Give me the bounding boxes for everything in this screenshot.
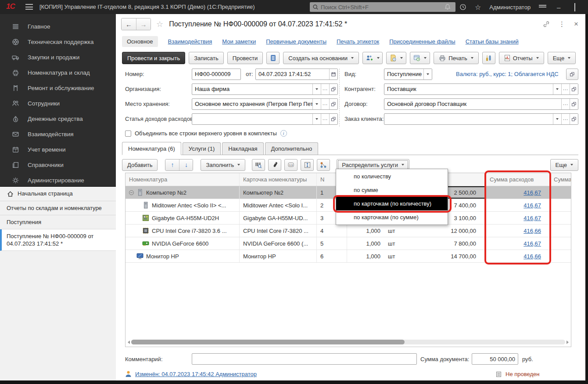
tab-knowledge-base[interactable]: Статьи базы знаний: [466, 38, 519, 45]
org-dropdown-icon[interactable]: [312, 84, 321, 94]
menu-item-by-cards-quantity[interactable]: по карточкам (по количеству): [336, 197, 448, 210]
storage-field[interactable]: Основное место хранения (Петров Петр Пет…: [192, 98, 338, 110]
kind-dropdown-icon[interactable]: [423, 69, 432, 80]
sidebar-item-repair[interactable]: Ремонт и обслуживание: [0, 80, 116, 96]
create-task-button[interactable]: [386, 52, 406, 64]
barcode-search-button[interactable]: [252, 159, 265, 171]
print-button[interactable]: Печать: [434, 52, 479, 64]
close-document-icon[interactable]: ×: [574, 20, 578, 29]
org-open-icon[interactable]: [329, 84, 337, 94]
storage-choose-icon[interactable]: ...: [321, 99, 329, 109]
sidebar-page-reports[interactable]: Отчеты по складам и номенклатуре: [0, 201, 116, 215]
col-sum[interactable]: Сумма: [550, 173, 571, 186]
service-menu-icon[interactable]: [539, 5, 546, 10]
currency-open-button[interactable]: [566, 69, 578, 80]
search-input[interactable]: [321, 4, 453, 11]
expenses-link[interactable]: 416,67: [523, 202, 541, 209]
scroll-right-icon[interactable]: [566, 341, 569, 344]
nav-forward-button[interactable]: →: [136, 18, 151, 30]
contractor-dropdown-icon[interactable]: [553, 84, 561, 94]
sidebar-item-main[interactable]: Главное: [0, 19, 116, 34]
fill-button[interactable]: Заполнить: [201, 159, 245, 171]
contractor-choose-icon[interactable]: ...: [561, 84, 570, 94]
document-structure-button[interactable]: [266, 52, 280, 64]
sidebar-item-administration[interactable]: Администрирование: [0, 173, 116, 188]
contractor-open-icon[interactable]: [570, 84, 578, 94]
table-more-button[interactable]: Еще: [550, 159, 578, 171]
sidebar-page-home[interactable]: Начальная страница: [0, 187, 116, 201]
post-button[interactable]: Провести: [227, 52, 263, 64]
history-clock-icon[interactable]: [459, 4, 466, 11]
storage-dropdown-icon[interactable]: [312, 99, 321, 109]
get-link-icon[interactable]: [543, 21, 550, 28]
currency-settings-link[interactable]: Валюта: руб., курс: 1; Облагается НДС: [456, 69, 559, 80]
table-row[interactable]: Монитор HP Монитор HP 6 1,000 шт 14 700,…: [125, 250, 571, 263]
tab-main[interactable]: Основное: [122, 36, 158, 47]
scanner-button[interactable]: [268, 159, 281, 171]
sidebar-item-interactions[interactable]: Взаимодействия: [0, 127, 116, 142]
add-row-button[interactable]: Добавить: [122, 159, 158, 171]
tab-my-notes[interactable]: Мои заметки: [222, 38, 256, 45]
expenses-link[interactable]: 416,67: [523, 189, 541, 196]
org-choose-icon[interactable]: ...: [321, 84, 329, 94]
document-total-field[interactable]: 50 000,00: [472, 353, 518, 365]
expenses-link[interactable]: 416,67: [523, 215, 541, 221]
col-expenses[interactable]: Сумма расходов: [486, 173, 550, 186]
expense-open-icon[interactable]: [329, 114, 337, 124]
tab-primary-documents[interactable]: Первичные документы: [266, 38, 326, 45]
sidebar-item-money[interactable]: Денежные средства: [0, 111, 116, 127]
contract-open-icon[interactable]: [570, 99, 578, 109]
client-order-field[interactable]: ...: [384, 113, 578, 125]
sidebar-item-tech-support[interactable]: Техническая поддержка: [0, 34, 116, 50]
favorites-star-icon[interactable]: ☆: [475, 3, 481, 11]
modified-history-link[interactable]: Изменён: 04.07.2023 17:45:42 Администрат…: [135, 371, 257, 377]
storage-open-icon[interactable]: [329, 99, 337, 109]
tab-label-printing[interactable]: Печать этикеток: [337, 38, 379, 45]
components-tree-button[interactable]: [317, 159, 330, 171]
maximize-icon[interactable]: [571, 4, 579, 11]
sidebar-page-current-receipt[interactable]: Поступление № НФ00-000009 от 04.07.2023 …: [0, 229, 116, 251]
order-open-icon[interactable]: [570, 114, 578, 124]
notifications-bell-icon[interactable]: [444, 4, 451, 11]
nav-back-button[interactable]: ←: [122, 18, 136, 30]
move-down-button[interactable]: ↓: [179, 159, 193, 170]
number-field[interactable]: НФ00-000009: [192, 69, 241, 80]
tab-nomenclature[interactable]: Номенклатура (6): [122, 142, 181, 155]
table-row[interactable]: NVIDIA GeForce 6600 NVIDIA GeForce 6600 …: [125, 237, 571, 250]
scrollbar-thumb[interactable]: [131, 340, 405, 344]
order-choose-icon[interactable]: ...: [561, 114, 570, 124]
expense-dropdown-icon[interactable]: [312, 114, 321, 124]
save-button[interactable]: Записать: [189, 52, 224, 64]
expense-choose-icon[interactable]: ...: [321, 114, 329, 124]
horizontal-scrollbar[interactable]: [128, 339, 569, 345]
reports-button[interactable]: Отчеты: [499, 52, 544, 64]
global-search[interactable]: [310, 2, 455, 12]
contract-choose-icon[interactable]: ...: [561, 99, 570, 109]
sidebar-item-catalogs[interactable]: Справочники: [0, 157, 116, 173]
create-based-on-button[interactable]: Создать на основании: [283, 52, 359, 64]
create-event-button[interactable]: [410, 52, 430, 64]
col-nomenclature[interactable]: Номенклатура: [125, 173, 240, 186]
sidebar-item-nomenclature[interactable]: Номенклатура и склад: [0, 65, 116, 80]
tab-interactions[interactable]: Взаимодействия: [168, 38, 212, 45]
more-button[interactable]: Еще: [548, 52, 576, 64]
comment-input[interactable]: [192, 353, 417, 365]
table-row[interactable]: CPU Intel Core i7-3820 3.6 ... CPU Intel…: [125, 225, 571, 237]
favorite-star-icon[interactable]: ☆: [156, 19, 163, 29]
scroll-left-icon[interactable]: [128, 341, 130, 344]
collapse-toggle-icon[interactable]: [129, 190, 134, 195]
expenses-link[interactable]: 416,66: [523, 228, 541, 234]
organization-field[interactable]: Наша фирма ...: [192, 83, 338, 95]
col-card[interactable]: Карточка номенклатуры: [240, 173, 317, 186]
current-user[interactable]: Администратор: [489, 4, 531, 11]
main-menu-icon[interactable]: [25, 4, 33, 10]
sidebar-item-employees[interactable]: Сотрудники: [0, 96, 116, 111]
expense-item-field[interactable]: ...: [192, 113, 338, 125]
row-height-button[interactable]: [301, 159, 314, 171]
combine-rows-checkbox[interactable]: [125, 130, 131, 137]
tab-invoice[interactable]: Накладная: [222, 142, 263, 155]
numbering-button[interactable]: 0-9: [284, 159, 298, 171]
sidebar-page-receipts[interactable]: Поступления: [0, 215, 116, 229]
kind-field[interactable]: Поступление от: [384, 69, 432, 80]
minimize-icon[interactable]: –: [555, 4, 563, 11]
